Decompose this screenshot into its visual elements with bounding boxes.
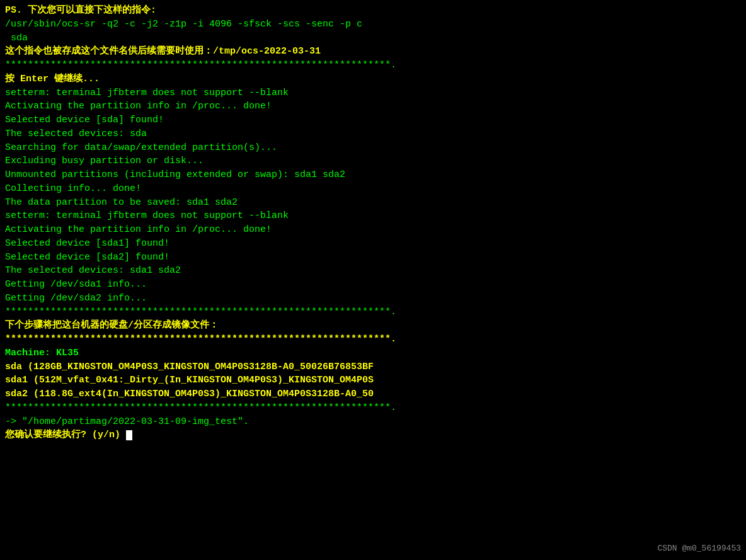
terminal-line: PS. 下次您可以直接下这样的指令:	[5, 4, 741, 18]
terminal-line: Machine: KL35	[5, 346, 741, 360]
terminal-line: sda	[5, 31, 741, 45]
terminal-line: Selected device [sda2] found!	[5, 251, 741, 265]
terminal-line: 这个指令也被存成这个文件名供后续需要时使用：/tmp/ocs-2022-03-3…	[5, 45, 741, 59]
terminal-line: ****************************************…	[5, 59, 741, 72]
terminal-line: Activating the partition info in /proc..…	[5, 223, 741, 237]
terminal-line: The selected devices: sda	[5, 127, 741, 141]
terminal-line: sda1 (512M_vfat_0x41:_Dirty_(In_KINGSTON…	[5, 374, 741, 387]
watermark: CSDN @m0_56199453	[657, 543, 741, 555]
terminal-line: Unmounted partitions (including extended…	[5, 168, 741, 182]
terminal-line: 按 Enter 键继续...	[5, 72, 741, 86]
terminal-line: setterm: terminal jfbterm does not suppo…	[5, 86, 741, 100]
terminal-line: Activating the partition info in /proc..…	[5, 100, 741, 113]
terminal-line: ****************************************…	[5, 306, 741, 319]
terminal-line: ****************************************…	[5, 333, 741, 346]
terminal-line: Getting /dev/sda1 info...	[5, 278, 741, 292]
terminal-line: Selected device [sda] found!	[5, 113, 741, 127]
terminal-line: Searching for data/swap/extended partiti…	[5, 141, 741, 155]
terminal-line: sda2 (118.8G_ext4(In_KINGSTON_OM4P0S3)_K…	[5, 387, 741, 401]
terminal-line: 下个步骤将把这台机器的硬盘/分区存成镜像文件：	[5, 319, 741, 333]
terminal-line: The data partition to be saved: sda1 sda…	[5, 196, 741, 210]
terminal-line: The selected devices: sda1 sda2	[5, 264, 741, 278]
terminal-line: /usr/sbin/ocs-sr -q2 -c -j2 -z1p -i 4096…	[5, 18, 741, 31]
terminal-line: Getting /dev/sda2 info...	[5, 292, 741, 306]
terminal-line: Selected device [sda1] found!	[5, 237, 741, 251]
terminal-line: ****************************************…	[5, 401, 741, 415]
terminal-line: Collecting info... done!	[5, 182, 741, 196]
terminal-content: PS. 下次您可以直接下这样的指令:/usr/sbin/ocs-sr -q2 -…	[5, 4, 741, 442]
terminal-line: setterm: terminal jfbterm does not suppo…	[5, 209, 741, 223]
terminal-line: 您确认要继续执行? (y/n)	[5, 428, 741, 442]
terminal-cursor	[126, 430, 132, 440]
terminal-window: PS. 下次您可以直接下这样的指令:/usr/sbin/ocs-sr -q2 -…	[0, 0, 746, 560]
terminal-line: sda (128GB_KINGSTON_OM4P0S3_KINGSTON_OM4…	[5, 360, 741, 374]
terminal-line: Excluding busy partition or disk...	[5, 154, 741, 168]
terminal-line: -> "/home/partimag/2022-03-31-09-img_tes…	[5, 415, 741, 429]
